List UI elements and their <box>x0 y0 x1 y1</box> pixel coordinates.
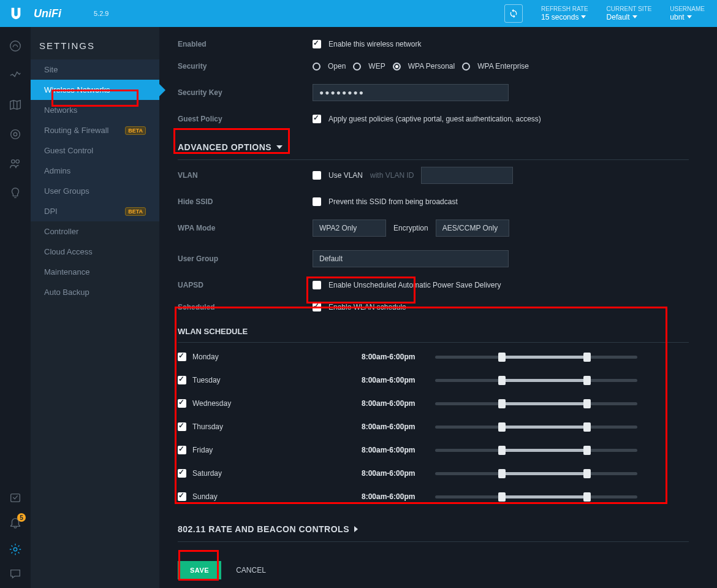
insights-icon[interactable] <box>9 186 22 200</box>
slider-start-handle[interactable] <box>498 399 506 408</box>
cancel-button[interactable]: CANCEL <box>226 560 276 580</box>
sidebar-item-user-groups[interactable]: User Groups <box>31 181 159 201</box>
uapsd-label: UAPSD <box>178 281 313 289</box>
schedule-tuesday-slider[interactable] <box>435 377 637 383</box>
schedule-friday-checkbox[interactable] <box>178 446 186 454</box>
brand-area: UniFi 5.2.9 <box>0 7 108 20</box>
stats-icon[interactable] <box>9 69 22 82</box>
guest-policy-checkbox[interactable] <box>313 115 321 123</box>
clients-icon[interactable] <box>9 157 22 170</box>
alerts-button[interactable]: 5 <box>9 516 22 532</box>
refresh-icon <box>509 9 518 18</box>
sidebar-item-routing-firewall[interactable]: Routing & FirewallBETA <box>31 120 159 140</box>
sidebar-item-auto-backup[interactable]: Auto Backup <box>31 282 159 302</box>
username-label: USERNAME <box>670 6 705 13</box>
slider-end-handle[interactable] <box>583 399 591 408</box>
enabled-checkbox[interactable] <box>313 40 321 48</box>
sidebar-item-controller[interactable]: Controller <box>31 221 159 242</box>
slider-end-handle[interactable] <box>583 422 591 432</box>
schedule-thursday-checkbox[interactable] <box>178 422 186 431</box>
refresh-button[interactable] <box>504 4 523 23</box>
alert-count-badge: 5 <box>17 513 26 522</box>
schedule-sunday-checkbox[interactable] <box>178 492 186 501</box>
map-icon[interactable] <box>9 98 22 112</box>
sidebar-item-admins[interactable]: Admins <box>31 161 159 181</box>
schedule-friday-label: Friday <box>192 446 213 454</box>
schedule-monday-label: Monday <box>192 353 219 361</box>
schedule-row-wednesday: Wednesday8:00am-6:00pm <box>178 392 689 415</box>
wpa-mode-select[interactable]: WPA2 Only <box>313 220 386 237</box>
main-content: Enabled Enable this wireless network Sec… <box>159 27 707 588</box>
schedule-row-monday: Monday8:00am-6:00pm <box>178 345 689 368</box>
schedule-wednesday-time: 8:00am-6:00pm <box>362 399 435 408</box>
schedule-thursday-slider[interactable] <box>435 424 637 430</box>
chevron-down-icon <box>276 145 283 149</box>
slider-start-handle[interactable] <box>498 469 506 478</box>
save-button[interactable]: SAVE <box>178 561 221 579</box>
username-info[interactable]: USERNAME ubnt <box>670 6 705 21</box>
sidebar-item-site[interactable]: Site <box>31 59 159 80</box>
slider-end-handle[interactable] <box>583 353 591 362</box>
sidebar-item-guest-control[interactable]: Guest Control <box>31 140 159 161</box>
hide-ssid-label: Hide SSID <box>178 197 313 206</box>
schedule-monday-slider[interactable] <box>435 354 637 360</box>
ubiquiti-icon <box>9 7 23 20</box>
slider-start-handle[interactable] <box>498 492 506 502</box>
security-open-radio[interactable] <box>313 63 321 71</box>
scheduled-row: Scheduled Enable WLAN schedule <box>178 296 689 318</box>
hide-ssid-checkbox[interactable] <box>313 197 321 206</box>
version-text: 5.2.9 <box>94 10 108 17</box>
slider-end-handle[interactable] <box>583 469 591 478</box>
refresh-rate-info[interactable]: REFRESH RATE 15 seconds <box>541 6 588 21</box>
dashboard-icon[interactable] <box>9 39 22 53</box>
current-site-info[interactable]: CURRENT SITE Default <box>607 6 652 21</box>
slider-start-handle[interactable] <box>498 376 506 385</box>
slider-start-handle[interactable] <box>498 422 506 432</box>
schedule-saturday-slider[interactable] <box>435 470 637 476</box>
schedule-tuesday-checkbox[interactable] <box>178 376 186 384</box>
sidebar-item-networks[interactable]: Networks <box>31 100 159 120</box>
user-group-select[interactable]: Default <box>313 250 509 267</box>
settings-nav: Site Wireless Networks Networks Routing … <box>31 59 159 302</box>
sidebar-item-maintenance[interactable]: Maintenance <box>31 262 159 282</box>
events-icon[interactable] <box>9 491 22 505</box>
slider-start-handle[interactable] <box>498 446 506 455</box>
schedule-sunday-slider[interactable] <box>435 494 637 500</box>
schedule-sunday-time: 8:00am-6:00pm <box>362 492 435 501</box>
schedule-friday-slider[interactable] <box>435 447 637 453</box>
security-wpa-enterprise-radio[interactable] <box>462 63 470 71</box>
svg-point-1 <box>10 41 21 52</box>
security-wpa-personal-radio[interactable] <box>393 63 401 71</box>
sidebar-item-cloud-access[interactable]: Cloud Access <box>31 242 159 262</box>
encryption-select[interactable]: AES/CCMP Only <box>436 220 509 237</box>
enabled-label: Enabled <box>178 40 313 48</box>
schedule-saturday-checkbox[interactable] <box>178 469 186 478</box>
schedule-saturday-time: 8:00am-6:00pm <box>362 469 435 478</box>
schedule-tuesday-label: Tuesday <box>192 376 221 384</box>
slider-end-handle[interactable] <box>583 492 591 502</box>
schedule-wednesday-checkbox[interactable] <box>178 399 186 408</box>
slider-start-handle[interactable] <box>498 353 506 362</box>
settings-icon[interactable] <box>9 543 22 556</box>
sidebar-item-wireless-networks[interactable]: Wireless Networks <box>31 80 159 100</box>
sidebar-item-dpi[interactable]: DPIBETA <box>31 201 159 221</box>
security-wep-radio[interactable] <box>353 63 361 71</box>
slider-end-handle[interactable] <box>583 446 591 455</box>
use-vlan-checkbox[interactable] <box>313 171 321 180</box>
schedule-monday-checkbox[interactable] <box>178 353 186 361</box>
uapsd-checkbox[interactable] <box>313 281 321 289</box>
schedule-wednesday-slider[interactable] <box>435 400 637 407</box>
uapsd-row: UAPSD Enable Unscheduled Automatic Power… <box>178 274 689 296</box>
security-key-input[interactable] <box>313 84 509 101</box>
wlan-schedule-header: WLAN SCHEDULE <box>178 318 689 343</box>
enable-wlan-schedule-checkbox[interactable] <box>313 303 321 311</box>
schedule-row-saturday: Saturday8:00am-6:00pm <box>178 462 689 485</box>
form-actions: SAVE CANCEL <box>178 560 689 580</box>
devices-icon[interactable] <box>9 128 22 141</box>
rate-beacon-header[interactable]: 802.11 RATE AND BEACON CONTROLS <box>178 517 689 542</box>
advanced-options-header[interactable]: ADVANCED OPTIONS <box>178 135 689 160</box>
vlan-label: VLAN <box>178 171 313 180</box>
chat-icon[interactable] <box>9 567 22 581</box>
vlan-id-input[interactable] <box>421 167 513 184</box>
slider-end-handle[interactable] <box>583 376 591 385</box>
